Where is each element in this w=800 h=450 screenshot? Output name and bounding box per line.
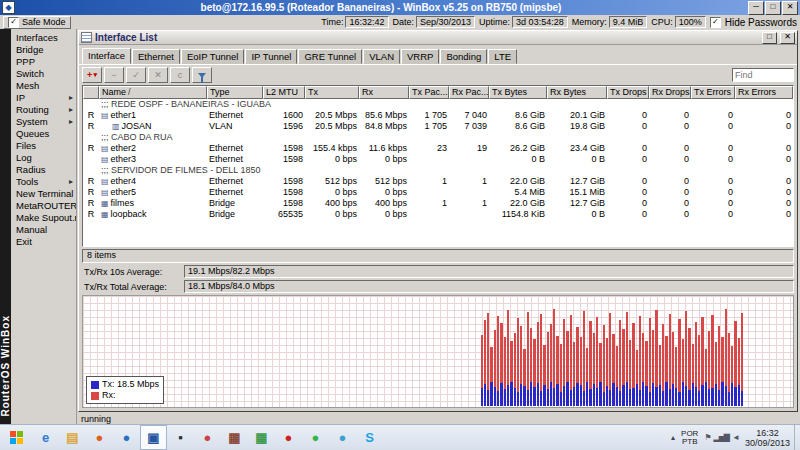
taskbar-button[interactable]: ▪ bbox=[167, 425, 194, 450]
taskbar-button[interactable]: ● bbox=[194, 425, 221, 450]
tab-ip-tunnel[interactable]: IP Tunnel bbox=[245, 49, 297, 64]
traffic-bar bbox=[523, 308, 525, 406]
cell-value: 11.6 kbps bbox=[359, 143, 409, 154]
taskbar-clock[interactable]: 16:32 30/09/2013 bbox=[745, 428, 790, 448]
tab-lte[interactable]: LTE bbox=[488, 49, 517, 64]
sidebar-item-new-terminal[interactable]: New Terminal bbox=[11, 188, 76, 200]
cell-value: 0 bbox=[691, 187, 735, 198]
hide-passwords-checkbox[interactable]: ✓ bbox=[710, 17, 721, 28]
column-header-name[interactable]: Name/ bbox=[99, 86, 207, 99]
safe-mode-button[interactable]: ✓ Safe Mode bbox=[3, 16, 71, 29]
taskbar-button[interactable]: ▤ bbox=[59, 425, 86, 450]
sidebar-item-interfaces[interactable]: Interfaces bbox=[11, 32, 76, 44]
tx-bar bbox=[685, 386, 687, 406]
table-row[interactable]: ;;; SERVIDOR DE FILMES - DELL 1850 bbox=[83, 165, 793, 176]
maximize-icon[interactable]: □ bbox=[765, 1, 781, 15]
close-icon[interactable]: ✕ bbox=[782, 1, 798, 15]
taskbar-button[interactable]: e bbox=[32, 425, 59, 450]
tray-expand-icon[interactable]: ▴ bbox=[671, 433, 675, 442]
sidebar-item-metarouter[interactable]: MetaROUTER bbox=[11, 200, 76, 212]
sidebar-item-bridge[interactable]: Bridge bbox=[11, 44, 76, 56]
table-rows: ;;; REDE OSPF - BANANEIRAS - IGUABAR▤eth… bbox=[83, 99, 793, 246]
taskbar-button[interactable]: ● bbox=[329, 425, 356, 450]
table-row[interactable]: R▤ether1Ethernet160020.5 Mbps85.6 Mbps1 … bbox=[83, 110, 793, 121]
taskbar-button[interactable]: ● bbox=[86, 425, 113, 450]
remove-button[interactable]: − bbox=[104, 67, 124, 83]
network-icon[interactable]: ▂▅▇ bbox=[714, 433, 729, 442]
sidebar-item-exit[interactable]: Exit bbox=[11, 236, 76, 248]
window-maximize-icon[interactable]: □ bbox=[762, 32, 777, 44]
tab-eoip-tunnel[interactable]: EoIP Tunnel bbox=[181, 49, 245, 64]
disable-button[interactable]: ✕ bbox=[148, 67, 168, 83]
tab-bonding[interactable]: Bonding bbox=[440, 49, 487, 64]
taskbar-button[interactable]: ● bbox=[113, 425, 140, 450]
tab-interface[interactable]: Interface bbox=[82, 48, 131, 64]
table-row[interactable]: R▦filmesBridge1598400 bps400 bps1122.0 G… bbox=[83, 198, 793, 209]
sidebar-item-system[interactable]: System▸ bbox=[11, 116, 76, 128]
taskbar-button[interactable]: ● bbox=[302, 425, 329, 450]
sidebar-item-ppp[interactable]: PPP bbox=[11, 56, 76, 68]
table-row[interactable]: R▤ether4Ethernet1598512 bps512 bps1122.0… bbox=[83, 176, 793, 187]
column-header-flag[interactable] bbox=[83, 86, 99, 99]
start-button[interactable] bbox=[0, 425, 32, 450]
action-center-icon[interactable]: ⚑ bbox=[704, 433, 710, 442]
language-indicator[interactable]: POR PTB bbox=[681, 430, 698, 446]
cell-value: 1598 bbox=[263, 187, 305, 198]
table-row[interactable]: ;;; REDE OSPF - BANANEIRAS - IGUABA bbox=[83, 99, 793, 110]
column-header-rx[interactable]: Rx bbox=[359, 86, 409, 99]
enable-button[interactable]: ✓ bbox=[126, 67, 146, 83]
sidebar-item-radius[interactable]: Radius bbox=[11, 164, 76, 176]
sidebar-item-manual[interactable]: Manual bbox=[11, 224, 76, 236]
column-header-rx-pac[interactable]: Rx Pac... bbox=[449, 86, 489, 99]
sidebar-item-files[interactable]: Files bbox=[11, 140, 76, 152]
column-header-tx-bytes[interactable]: Tx Bytes bbox=[489, 86, 547, 99]
column-header-rx-drops[interactable]: Rx Drops bbox=[649, 86, 691, 99]
table-row[interactable]: R▤ether5Ethernet15980 bps0 bps5.4 MiB15.… bbox=[83, 187, 793, 198]
taskbar-button[interactable]: ▦ bbox=[221, 425, 248, 450]
find-input[interactable] bbox=[732, 68, 794, 82]
taskbar-button[interactable]: ▣ bbox=[140, 425, 167, 450]
column-header-rx-bytes[interactable]: Rx Bytes bbox=[547, 86, 607, 99]
tab-vlan[interactable]: VLAN bbox=[363, 49, 400, 64]
column-header-tx-pac[interactable]: Tx Pac... bbox=[409, 86, 449, 99]
tab-ethernet[interactable]: Ethernet bbox=[132, 49, 180, 64]
tab-vrrp[interactable]: VRRP bbox=[401, 49, 439, 64]
column-header-tx[interactable]: Tx bbox=[305, 86, 359, 99]
table-row[interactable]: R▦loopbackBridge655350 bps0 bps1154.8 Ki… bbox=[83, 209, 793, 220]
column-header-tx-drops[interactable]: Tx Drops bbox=[607, 86, 649, 99]
show-desktop-button[interactable] bbox=[794, 425, 800, 450]
table-row[interactable]: R▤ether2Ethernet1598155.4 kbps11.6 kbps2… bbox=[83, 143, 793, 154]
sidebar-item-queues[interactable]: Queues bbox=[11, 128, 76, 140]
add-button[interactable]: + ▾ bbox=[82, 67, 102, 83]
table-row[interactable]: ;;; CABO DA RUA bbox=[83, 132, 793, 143]
sidebar-item-routing[interactable]: Routing▸ bbox=[11, 104, 76, 116]
taskbar-button[interactable]: S bbox=[356, 425, 383, 450]
table-row[interactable]: ▤ether3Ethernet15980 bps0 bps0 B0 B0000 bbox=[83, 154, 793, 165]
taskbar-button[interactable]: ▦ bbox=[248, 425, 275, 450]
column-header-type[interactable]: Type bbox=[207, 86, 263, 99]
table-row[interactable]: R▥JOSANVLAN159620.5 Mbps84.8 Mbps1 7057 … bbox=[83, 121, 793, 132]
comment-button[interactable]: c bbox=[170, 67, 190, 83]
sidebar-item-switch[interactable]: Switch bbox=[11, 68, 76, 80]
sidebar-item-ip[interactable]: IP▸ bbox=[11, 92, 76, 104]
tx-bar bbox=[550, 382, 552, 407]
sidebar-item-make-supout-rif[interactable]: Make Supout.rif bbox=[11, 212, 76, 224]
column-header-rx-errors[interactable]: Rx Errors bbox=[735, 86, 793, 99]
volume-icon[interactable]: ◄ bbox=[732, 433, 739, 442]
tab-gre-tunnel[interactable]: GRE Tunnel bbox=[298, 49, 362, 64]
window-close-icon[interactable]: ✕ bbox=[780, 32, 795, 44]
tray-icons: ⚑▂▅▇◄ bbox=[704, 433, 739, 442]
graph-legend: Tx: 18.5 Mbps Rx: bbox=[86, 376, 164, 404]
column-header-l2-mtu[interactable]: L2 MTU bbox=[263, 86, 305, 99]
app-titlebar[interactable]: ◆ beto@172.16.99.5 (Roteador Bananeiras)… bbox=[0, 0, 800, 15]
sidebar-item-mesh[interactable]: Mesh bbox=[11, 80, 76, 92]
cell-value: 1 bbox=[409, 198, 449, 209]
interface-list-titlebar[interactable]: Interface List □ ✕ bbox=[79, 31, 797, 45]
sidebar-item-tools[interactable]: Tools▸ bbox=[11, 176, 76, 188]
sidebar-item-log[interactable]: Log bbox=[11, 152, 76, 164]
cell-value: 512 bps bbox=[359, 176, 409, 187]
column-header-tx-errors[interactable]: Tx Errors bbox=[691, 86, 735, 99]
taskbar-button[interactable]: ● bbox=[275, 425, 302, 450]
minimize-icon[interactable]: ─ bbox=[748, 1, 764, 15]
filter-button[interactable] bbox=[192, 67, 212, 83]
